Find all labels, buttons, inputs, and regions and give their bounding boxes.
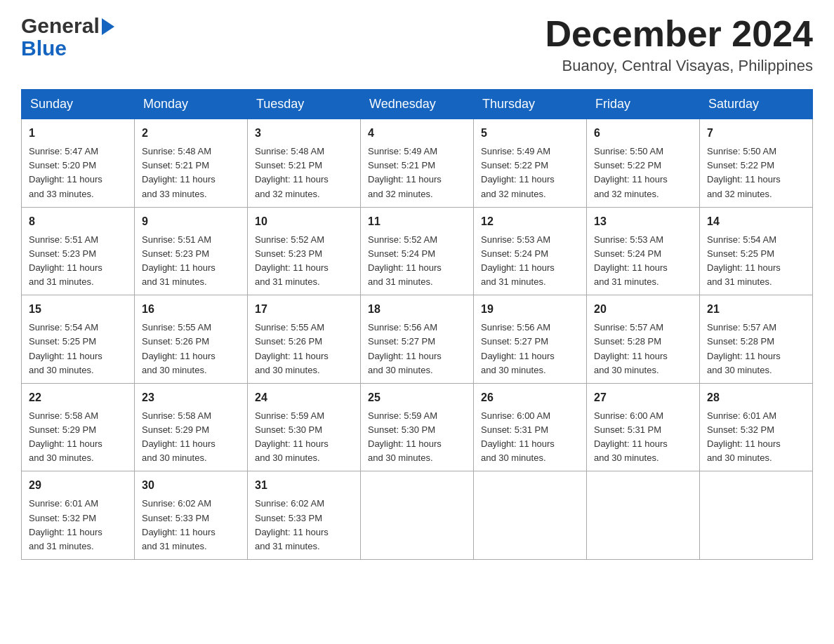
day-info: Sunrise: 5:56 AMSunset: 5:27 PMDaylight:… bbox=[368, 321, 466, 377]
day-info: Sunrise: 5:53 AMSunset: 5:24 PMDaylight:… bbox=[594, 233, 692, 290]
day-number: 23 bbox=[142, 389, 240, 406]
weekday-header-saturday: Saturday bbox=[700, 90, 813, 119]
day-info: Sunrise: 5:50 AMSunset: 5:22 PMDaylight:… bbox=[707, 145, 805, 201]
calendar-day-31: 31Sunrise: 6:02 AMSunset: 5:33 PMDayligh… bbox=[248, 471, 361, 560]
calendar-day-30: 30Sunrise: 6:02 AMSunset: 5:33 PMDayligh… bbox=[135, 471, 248, 560]
calendar-week-1: 1Sunrise: 5:47 AMSunset: 5:20 PMDaylight… bbox=[22, 119, 813, 208]
day-info: Sunrise: 6:00 AMSunset: 5:31 PMDaylight:… bbox=[594, 409, 692, 466]
calendar-day-28: 28Sunrise: 6:01 AMSunset: 5:32 PMDayligh… bbox=[700, 383, 813, 471]
weekday-header-wednesday: Wednesday bbox=[361, 90, 474, 119]
day-number: 15 bbox=[29, 301, 127, 318]
day-info: Sunrise: 5:59 AMSunset: 5:30 PMDaylight:… bbox=[368, 409, 466, 466]
day-number: 30 bbox=[142, 477, 240, 494]
empty-cell bbox=[700, 471, 813, 560]
empty-cell bbox=[361, 471, 474, 560]
day-number: 7 bbox=[707, 125, 805, 142]
calendar-day-29: 29Sunrise: 6:01 AMSunset: 5:32 PMDayligh… bbox=[22, 471, 135, 560]
day-number: 4 bbox=[368, 125, 466, 142]
day-info: Sunrise: 5:56 AMSunset: 5:27 PMDaylight:… bbox=[481, 321, 579, 377]
day-number: 11 bbox=[368, 213, 466, 230]
day-number: 8 bbox=[29, 213, 127, 230]
day-info: Sunrise: 5:54 AMSunset: 5:25 PMDaylight:… bbox=[707, 233, 805, 290]
day-number: 19 bbox=[481, 301, 579, 318]
logo: General Blue bbox=[21, 14, 114, 60]
calendar-day-23: 23Sunrise: 5:58 AMSunset: 5:29 PMDayligh… bbox=[135, 383, 248, 471]
day-info: Sunrise: 6:02 AMSunset: 5:33 PMDaylight:… bbox=[142, 497, 240, 554]
day-number: 29 bbox=[29, 477, 127, 494]
day-info: Sunrise: 5:50 AMSunset: 5:22 PMDaylight:… bbox=[594, 145, 692, 201]
weekday-header-sunday: Sunday bbox=[22, 90, 135, 119]
day-info: Sunrise: 5:54 AMSunset: 5:25 PMDaylight:… bbox=[29, 321, 127, 377]
calendar-day-6: 6Sunrise: 5:50 AMSunset: 5:22 PMDaylight… bbox=[587, 119, 700, 208]
month-title: December 2024 bbox=[545, 14, 813, 54]
day-number: 24 bbox=[255, 389, 353, 406]
calendar-week-5: 29Sunrise: 6:01 AMSunset: 5:32 PMDayligh… bbox=[22, 471, 813, 560]
day-info: Sunrise: 5:47 AMSunset: 5:20 PMDaylight:… bbox=[29, 145, 127, 201]
calendar-day-1: 1Sunrise: 5:47 AMSunset: 5:20 PMDaylight… bbox=[22, 119, 135, 208]
empty-cell bbox=[474, 471, 587, 560]
calendar-day-12: 12Sunrise: 5:53 AMSunset: 5:24 PMDayligh… bbox=[474, 207, 587, 295]
calendar-table: SundayMondayTuesdayWednesdayThursdayFrid… bbox=[21, 89, 813, 560]
calendar-day-18: 18Sunrise: 5:56 AMSunset: 5:27 PMDayligh… bbox=[361, 295, 474, 384]
day-number: 20 bbox=[594, 301, 692, 318]
day-number: 16 bbox=[142, 301, 240, 318]
day-info: Sunrise: 5:51 AMSunset: 5:23 PMDaylight:… bbox=[142, 233, 240, 290]
day-number: 13 bbox=[594, 213, 692, 230]
day-number: 3 bbox=[255, 125, 353, 142]
day-number: 2 bbox=[142, 125, 240, 142]
calendar-day-25: 25Sunrise: 5:59 AMSunset: 5:30 PMDayligh… bbox=[361, 383, 474, 471]
logo-blue-text: Blue bbox=[21, 36, 67, 60]
day-info: Sunrise: 5:52 AMSunset: 5:24 PMDaylight:… bbox=[368, 233, 466, 290]
day-number: 1 bbox=[29, 125, 127, 142]
day-info: Sunrise: 5:58 AMSunset: 5:29 PMDaylight:… bbox=[29, 409, 127, 466]
day-number: 12 bbox=[481, 213, 579, 230]
header-right: December 2024 Buanoy, Central Visayas, P… bbox=[545, 14, 813, 75]
day-number: 18 bbox=[368, 301, 466, 318]
calendar-day-17: 17Sunrise: 5:55 AMSunset: 5:26 PMDayligh… bbox=[248, 295, 361, 384]
calendar-week-2: 8Sunrise: 5:51 AMSunset: 5:23 PMDaylight… bbox=[22, 207, 813, 295]
day-info: Sunrise: 5:49 AMSunset: 5:22 PMDaylight:… bbox=[481, 145, 579, 201]
day-info: Sunrise: 5:55 AMSunset: 5:26 PMDaylight:… bbox=[142, 321, 240, 377]
day-number: 27 bbox=[594, 389, 692, 406]
day-number: 21 bbox=[707, 301, 805, 318]
logo-general-text: General bbox=[21, 14, 100, 38]
day-number: 5 bbox=[481, 125, 579, 142]
day-info: Sunrise: 5:48 AMSunset: 5:21 PMDaylight:… bbox=[142, 145, 240, 201]
day-number: 17 bbox=[255, 301, 353, 318]
day-info: Sunrise: 5:49 AMSunset: 5:21 PMDaylight:… bbox=[368, 145, 466, 201]
day-info: Sunrise: 5:55 AMSunset: 5:26 PMDaylight:… bbox=[255, 321, 353, 377]
day-number: 10 bbox=[255, 213, 353, 230]
calendar-week-4: 22Sunrise: 5:58 AMSunset: 5:29 PMDayligh… bbox=[22, 383, 813, 471]
weekday-header-friday: Friday bbox=[587, 90, 700, 119]
calendar-day-27: 27Sunrise: 6:00 AMSunset: 5:31 PMDayligh… bbox=[587, 383, 700, 471]
calendar-day-5: 5Sunrise: 5:49 AMSunset: 5:22 PMDaylight… bbox=[474, 119, 587, 208]
calendar-day-26: 26Sunrise: 6:00 AMSunset: 5:31 PMDayligh… bbox=[474, 383, 587, 471]
logo-arrow-icon bbox=[102, 18, 114, 35]
day-info: Sunrise: 5:58 AMSunset: 5:29 PMDaylight:… bbox=[142, 409, 240, 466]
day-info: Sunrise: 6:02 AMSunset: 5:33 PMDaylight:… bbox=[255, 497, 353, 554]
day-number: 28 bbox=[707, 389, 805, 406]
day-info: Sunrise: 5:51 AMSunset: 5:23 PMDaylight:… bbox=[29, 233, 127, 290]
day-info: Sunrise: 6:00 AMSunset: 5:31 PMDaylight:… bbox=[481, 409, 579, 466]
day-info: Sunrise: 5:48 AMSunset: 5:21 PMDaylight:… bbox=[255, 145, 353, 201]
calendar-day-4: 4Sunrise: 5:49 AMSunset: 5:21 PMDaylight… bbox=[361, 119, 474, 208]
day-info: Sunrise: 5:52 AMSunset: 5:23 PMDaylight:… bbox=[255, 233, 353, 290]
day-info: Sunrise: 6:01 AMSunset: 5:32 PMDaylight:… bbox=[707, 409, 805, 466]
calendar-day-7: 7Sunrise: 5:50 AMSunset: 5:22 PMDaylight… bbox=[700, 119, 813, 208]
weekday-header-thursday: Thursday bbox=[474, 90, 587, 119]
calendar-day-15: 15Sunrise: 5:54 AMSunset: 5:25 PMDayligh… bbox=[22, 295, 135, 384]
day-info: Sunrise: 5:53 AMSunset: 5:24 PMDaylight:… bbox=[481, 233, 579, 290]
page-header: General Blue December 2024 Buanoy, Centr… bbox=[21, 14, 813, 75]
calendar-day-20: 20Sunrise: 5:57 AMSunset: 5:28 PMDayligh… bbox=[587, 295, 700, 384]
empty-cell bbox=[587, 471, 700, 560]
calendar-day-8: 8Sunrise: 5:51 AMSunset: 5:23 PMDaylight… bbox=[22, 207, 135, 295]
calendar-day-14: 14Sunrise: 5:54 AMSunset: 5:25 PMDayligh… bbox=[700, 207, 813, 295]
day-number: 26 bbox=[481, 389, 579, 406]
calendar-day-16: 16Sunrise: 5:55 AMSunset: 5:26 PMDayligh… bbox=[135, 295, 248, 384]
calendar-day-3: 3Sunrise: 5:48 AMSunset: 5:21 PMDaylight… bbox=[248, 119, 361, 208]
calendar-day-19: 19Sunrise: 5:56 AMSunset: 5:27 PMDayligh… bbox=[474, 295, 587, 384]
day-number: 22 bbox=[29, 389, 127, 406]
calendar-day-2: 2Sunrise: 5:48 AMSunset: 5:21 PMDaylight… bbox=[135, 119, 248, 208]
calendar-day-13: 13Sunrise: 5:53 AMSunset: 5:24 PMDayligh… bbox=[587, 207, 700, 295]
day-number: 25 bbox=[368, 389, 466, 406]
